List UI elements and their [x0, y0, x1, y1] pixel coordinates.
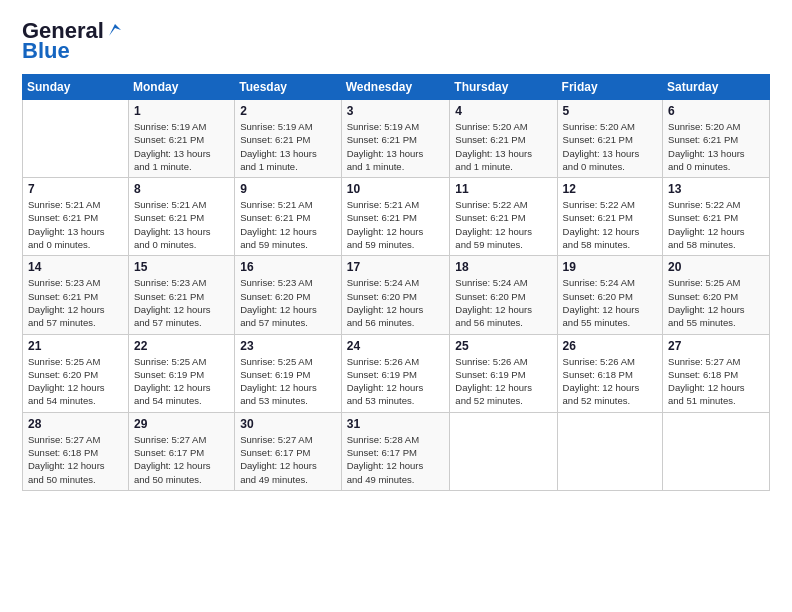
day-info: Sunrise: 5:27 AM Sunset: 6:17 PM Dayligh…: [240, 433, 336, 486]
calendar-cell: 27Sunrise: 5:27 AM Sunset: 6:18 PM Dayli…: [663, 334, 770, 412]
logo-blue: Blue: [22, 38, 70, 64]
day-info: Sunrise: 5:24 AM Sunset: 6:20 PM Dayligh…: [563, 276, 657, 329]
calendar-cell: 28Sunrise: 5:27 AM Sunset: 6:18 PM Dayli…: [23, 412, 129, 490]
day-number: 18: [455, 260, 551, 274]
day-info: Sunrise: 5:20 AM Sunset: 6:21 PM Dayligh…: [563, 120, 657, 173]
day-info: Sunrise: 5:27 AM Sunset: 6:17 PM Dayligh…: [134, 433, 229, 486]
calendar-cell: 26Sunrise: 5:26 AM Sunset: 6:18 PM Dayli…: [557, 334, 662, 412]
week-row-3: 14Sunrise: 5:23 AM Sunset: 6:21 PM Dayli…: [23, 256, 770, 334]
day-number: 26: [563, 339, 657, 353]
day-number: 12: [563, 182, 657, 196]
day-number: 21: [28, 339, 123, 353]
day-info: Sunrise: 5:24 AM Sunset: 6:20 PM Dayligh…: [455, 276, 551, 329]
column-header-saturday: Saturday: [663, 75, 770, 100]
column-header-thursday: Thursday: [450, 75, 557, 100]
logo-bird-icon: [105, 20, 123, 38]
calendar-cell: [450, 412, 557, 490]
day-info: Sunrise: 5:19 AM Sunset: 6:21 PM Dayligh…: [240, 120, 336, 173]
calendar-cell: 2Sunrise: 5:19 AM Sunset: 6:21 PM Daylig…: [235, 100, 342, 178]
header: General Blue: [22, 18, 770, 64]
day-info: Sunrise: 5:20 AM Sunset: 6:21 PM Dayligh…: [455, 120, 551, 173]
calendar-cell: 5Sunrise: 5:20 AM Sunset: 6:21 PM Daylig…: [557, 100, 662, 178]
header-row: SundayMondayTuesdayWednesdayThursdayFrid…: [23, 75, 770, 100]
calendar-cell: 16Sunrise: 5:23 AM Sunset: 6:20 PM Dayli…: [235, 256, 342, 334]
day-number: 6: [668, 104, 764, 118]
column-header-monday: Monday: [128, 75, 234, 100]
day-number: 22: [134, 339, 229, 353]
calendar-body: 1Sunrise: 5:19 AM Sunset: 6:21 PM Daylig…: [23, 100, 770, 491]
day-number: 17: [347, 260, 445, 274]
day-number: 29: [134, 417, 229, 431]
column-header-sunday: Sunday: [23, 75, 129, 100]
day-number: 5: [563, 104, 657, 118]
logo: General Blue: [22, 18, 123, 64]
day-number: 8: [134, 182, 229, 196]
day-number: 13: [668, 182, 764, 196]
day-info: Sunrise: 5:23 AM Sunset: 6:20 PM Dayligh…: [240, 276, 336, 329]
day-number: 20: [668, 260, 764, 274]
day-info: Sunrise: 5:25 AM Sunset: 6:19 PM Dayligh…: [134, 355, 229, 408]
day-number: 11: [455, 182, 551, 196]
calendar-header: SundayMondayTuesdayWednesdayThursdayFrid…: [23, 75, 770, 100]
day-info: Sunrise: 5:28 AM Sunset: 6:17 PM Dayligh…: [347, 433, 445, 486]
day-number: 25: [455, 339, 551, 353]
calendar-cell: 6Sunrise: 5:20 AM Sunset: 6:21 PM Daylig…: [663, 100, 770, 178]
day-info: Sunrise: 5:25 AM Sunset: 6:20 PM Dayligh…: [28, 355, 123, 408]
week-row-2: 7Sunrise: 5:21 AM Sunset: 6:21 PM Daylig…: [23, 178, 770, 256]
calendar-cell: 11Sunrise: 5:22 AM Sunset: 6:21 PM Dayli…: [450, 178, 557, 256]
day-info: Sunrise: 5:25 AM Sunset: 6:19 PM Dayligh…: [240, 355, 336, 408]
column-header-friday: Friday: [557, 75, 662, 100]
calendar-cell: 8Sunrise: 5:21 AM Sunset: 6:21 PM Daylig…: [128, 178, 234, 256]
day-number: 3: [347, 104, 445, 118]
calendar-cell: [23, 100, 129, 178]
day-number: 24: [347, 339, 445, 353]
day-info: Sunrise: 5:21 AM Sunset: 6:21 PM Dayligh…: [240, 198, 336, 251]
calendar-cell: 20Sunrise: 5:25 AM Sunset: 6:20 PM Dayli…: [663, 256, 770, 334]
week-row-5: 28Sunrise: 5:27 AM Sunset: 6:18 PM Dayli…: [23, 412, 770, 490]
day-number: 28: [28, 417, 123, 431]
calendar-cell: 24Sunrise: 5:26 AM Sunset: 6:19 PM Dayli…: [341, 334, 450, 412]
day-info: Sunrise: 5:22 AM Sunset: 6:21 PM Dayligh…: [668, 198, 764, 251]
day-number: 31: [347, 417, 445, 431]
day-number: 7: [28, 182, 123, 196]
calendar-page: General Blue SundayMondayTuesdayWednesda…: [0, 0, 792, 612]
calendar-cell: 21Sunrise: 5:25 AM Sunset: 6:20 PM Dayli…: [23, 334, 129, 412]
day-number: 2: [240, 104, 336, 118]
calendar-cell: 18Sunrise: 5:24 AM Sunset: 6:20 PM Dayli…: [450, 256, 557, 334]
week-row-4: 21Sunrise: 5:25 AM Sunset: 6:20 PM Dayli…: [23, 334, 770, 412]
calendar-cell: 29Sunrise: 5:27 AM Sunset: 6:17 PM Dayli…: [128, 412, 234, 490]
day-number: 1: [134, 104, 229, 118]
svg-marker-0: [109, 24, 121, 36]
calendar-cell: 23Sunrise: 5:25 AM Sunset: 6:19 PM Dayli…: [235, 334, 342, 412]
day-info: Sunrise: 5:24 AM Sunset: 6:20 PM Dayligh…: [347, 276, 445, 329]
day-info: Sunrise: 5:27 AM Sunset: 6:18 PM Dayligh…: [28, 433, 123, 486]
day-info: Sunrise: 5:26 AM Sunset: 6:19 PM Dayligh…: [455, 355, 551, 408]
calendar-cell: [663, 412, 770, 490]
day-number: 30: [240, 417, 336, 431]
calendar-cell: 9Sunrise: 5:21 AM Sunset: 6:21 PM Daylig…: [235, 178, 342, 256]
calendar-cell: 30Sunrise: 5:27 AM Sunset: 6:17 PM Dayli…: [235, 412, 342, 490]
column-header-tuesday: Tuesday: [235, 75, 342, 100]
day-info: Sunrise: 5:19 AM Sunset: 6:21 PM Dayligh…: [347, 120, 445, 173]
day-number: 23: [240, 339, 336, 353]
calendar-cell: 7Sunrise: 5:21 AM Sunset: 6:21 PM Daylig…: [23, 178, 129, 256]
week-row-1: 1Sunrise: 5:19 AM Sunset: 6:21 PM Daylig…: [23, 100, 770, 178]
calendar-cell: 13Sunrise: 5:22 AM Sunset: 6:21 PM Dayli…: [663, 178, 770, 256]
calendar-cell: 14Sunrise: 5:23 AM Sunset: 6:21 PM Dayli…: [23, 256, 129, 334]
day-info: Sunrise: 5:19 AM Sunset: 6:21 PM Dayligh…: [134, 120, 229, 173]
day-number: 27: [668, 339, 764, 353]
day-info: Sunrise: 5:22 AM Sunset: 6:21 PM Dayligh…: [455, 198, 551, 251]
day-info: Sunrise: 5:25 AM Sunset: 6:20 PM Dayligh…: [668, 276, 764, 329]
day-number: 4: [455, 104, 551, 118]
day-info: Sunrise: 5:21 AM Sunset: 6:21 PM Dayligh…: [28, 198, 123, 251]
calendar-cell: 25Sunrise: 5:26 AM Sunset: 6:19 PM Dayli…: [450, 334, 557, 412]
calendar-cell: 1Sunrise: 5:19 AM Sunset: 6:21 PM Daylig…: [128, 100, 234, 178]
calendar-cell: 22Sunrise: 5:25 AM Sunset: 6:19 PM Dayli…: [128, 334, 234, 412]
calendar-cell: 4Sunrise: 5:20 AM Sunset: 6:21 PM Daylig…: [450, 100, 557, 178]
calendar-cell: 17Sunrise: 5:24 AM Sunset: 6:20 PM Dayli…: [341, 256, 450, 334]
calendar-table: SundayMondayTuesdayWednesdayThursdayFrid…: [22, 74, 770, 491]
day-info: Sunrise: 5:23 AM Sunset: 6:21 PM Dayligh…: [134, 276, 229, 329]
day-number: 19: [563, 260, 657, 274]
day-info: Sunrise: 5:23 AM Sunset: 6:21 PM Dayligh…: [28, 276, 123, 329]
calendar-cell: 19Sunrise: 5:24 AM Sunset: 6:20 PM Dayli…: [557, 256, 662, 334]
